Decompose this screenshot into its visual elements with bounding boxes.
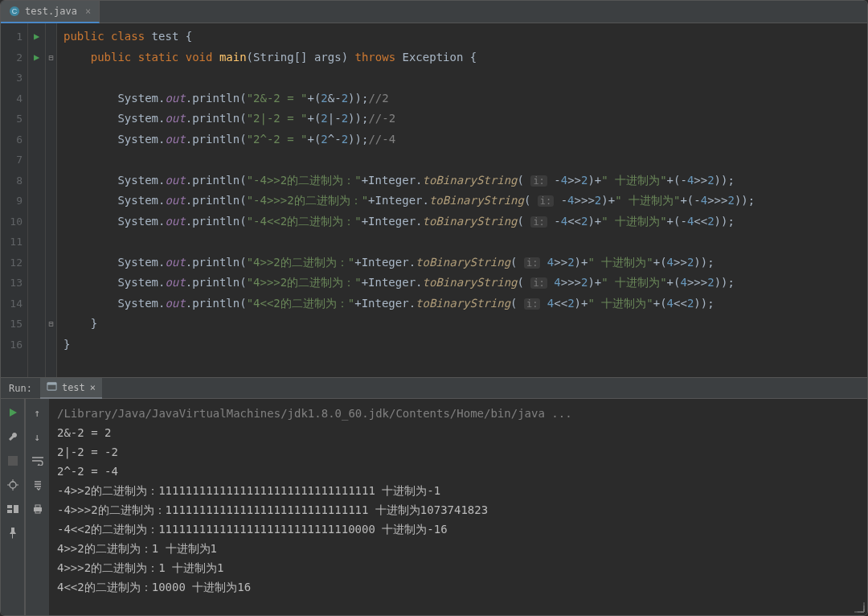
run-gutter: ▶▶: [28, 23, 46, 377]
run-toolbar-right: ↑ ↓: [25, 399, 49, 615]
debug-icon[interactable]: [6, 478, 20, 492]
code-line[interactable]: System.out.println("2^-2 = "+(2^-2));//-…: [63, 129, 867, 150]
code-line[interactable]: System.out.println("-4<<2的二进制为："+Integer…: [63, 211, 867, 232]
fold-icon[interactable]: ⊟: [46, 314, 56, 335]
stop-button[interactable]: [6, 454, 20, 468]
line-number: 16: [1, 335, 23, 355]
svg-rect-15: [35, 505, 40, 507]
up-arrow-icon[interactable]: ↑: [31, 405, 45, 420]
editor-tabs-bar: C test.java ×: [1, 1, 867, 23]
code-line[interactable]: System.out.println("-4>>2的二进制为："+Integer…: [63, 170, 867, 191]
code-line[interactable]: System.out.println("2&-2 = "+(2&-2));//2: [63, 88, 867, 109]
run-config-icon: [47, 381, 57, 394]
code-line[interactable]: [63, 68, 867, 88]
run-line-icon[interactable]: ▶: [28, 47, 45, 68]
console-output[interactable]: /Library/Java/JavaVirtualMachines/jdk1.8…: [49, 399, 867, 615]
svg-rect-13: [14, 505, 18, 513]
code-line[interactable]: [63, 150, 867, 170]
close-icon[interactable]: ×: [90, 382, 96, 393]
line-number: 2: [1, 47, 23, 68]
run-config-name: test: [62, 382, 85, 393]
code-line[interactable]: System.out.println("2|-2 = "+(2|-2));//-…: [63, 109, 867, 129]
line-number: 6: [1, 129, 23, 150]
run-body: ↑ ↓ /Library/Java/JavaVirtualMachines/jd…: [1, 399, 867, 615]
code-line[interactable]: System.out.println("4>>>2的二进制为："+Integer…: [63, 273, 867, 294]
file-tab-label: test.java: [25, 6, 77, 17]
console-line: 4<<2的二进制为：10000 十进制为16: [57, 577, 859, 597]
run-label: Run:: [9, 383, 32, 394]
line-number: 15: [1, 314, 23, 335]
wrench-icon[interactable]: [6, 429, 20, 444]
scroll-to-end-icon[interactable]: [31, 478, 45, 492]
code-line[interactable]: System.out.println("4>>2的二进制为："+Integer.…: [63, 253, 867, 273]
console-line: 2^-2 = -4: [57, 462, 859, 481]
fold-gutter: ⊟⊟: [46, 23, 57, 377]
code-line[interactable]: }: [63, 314, 867, 335]
line-number: 5: [1, 109, 23, 129]
java-class-icon: C: [9, 6, 20, 17]
code-line[interactable]: public static void main(String[] args) t…: [63, 47, 867, 68]
line-number: 8: [1, 170, 23, 191]
code-line[interactable]: [63, 232, 867, 253]
line-number-gutter: 12345678910111213141516: [1, 23, 28, 377]
line-number: 7: [1, 150, 23, 170]
run-toolbar-left: [1, 399, 25, 615]
console-line: 4>>>2的二进制为：1 十进制为1: [57, 558, 859, 577]
close-icon[interactable]: ×: [85, 6, 91, 17]
line-number: 9: [1, 191, 23, 211]
svg-rect-5: [8, 456, 18, 466]
run-config-tab[interactable]: test ×: [40, 378, 102, 399]
layout-icon[interactable]: [6, 502, 20, 516]
svg-rect-11: [7, 505, 12, 508]
rerun-button[interactable]: [6, 405, 20, 420]
code-line[interactable]: public class test {: [63, 27, 867, 47]
run-tool-window: Run: test × ↑ ↓ /Library/Java/JavaVirtua…: [1, 377, 867, 615]
line-number: 13: [1, 273, 23, 294]
line-number: 10: [1, 211, 23, 232]
svg-point-6: [10, 482, 16, 488]
svg-rect-3: [47, 382, 56, 384]
code-area[interactable]: public class test { public static void m…: [57, 23, 867, 377]
console-line: -4>>>2的二进制为：1111111111111111111111111111…: [57, 500, 859, 519]
run-line-icon[interactable]: ▶: [28, 27, 45, 47]
code-line[interactable]: }: [63, 335, 867, 355]
print-icon[interactable]: [31, 502, 45, 516]
console-line: -4>>2的二进制为：11111111111111111111111111111…: [57, 481, 859, 500]
soft-wrap-icon[interactable]: [31, 454, 45, 468]
line-number: 1: [1, 27, 23, 47]
pin-icon[interactable]: [6, 526, 20, 540]
console-line: -4<<2的二进制为：11111111111111111111111111110…: [57, 519, 859, 539]
svg-rect-12: [7, 510, 12, 513]
code-line[interactable]: System.out.println("-4>>>2的二进制为："+Intege…: [63, 191, 867, 211]
svg-rect-16: [35, 511, 40, 513]
console-line: 2|-2 = -2: [57, 442, 859, 462]
resize-grip-icon[interactable]: [854, 602, 865, 613]
run-header: Run: test ×: [1, 378, 867, 399]
file-tab-test-java[interactable]: C test.java ×: [1, 1, 100, 23]
code-editor[interactable]: 12345678910111213141516 ▶▶ ⊟⊟ public cla…: [1, 23, 867, 377]
line-number: 11: [1, 232, 23, 253]
line-number: 14: [1, 294, 23, 314]
svg-marker-4: [10, 409, 17, 417]
console-line: 4>>2的二进制为：1 十进制为1: [57, 539, 859, 558]
line-number: 12: [1, 253, 23, 273]
code-line[interactable]: System.out.println("4<<2的二进制为："+Integer.…: [63, 294, 867, 314]
console-line: 2&-2 = 2: [57, 423, 859, 442]
down-arrow-icon[interactable]: ↓: [31, 429, 45, 444]
line-number: 4: [1, 88, 23, 109]
svg-text:C: C: [12, 7, 18, 15]
fold-icon[interactable]: ⊟: [46, 47, 56, 68]
line-number: 3: [1, 68, 23, 88]
console-command: /Library/Java/JavaVirtualMachines/jdk1.8…: [57, 404, 859, 423]
